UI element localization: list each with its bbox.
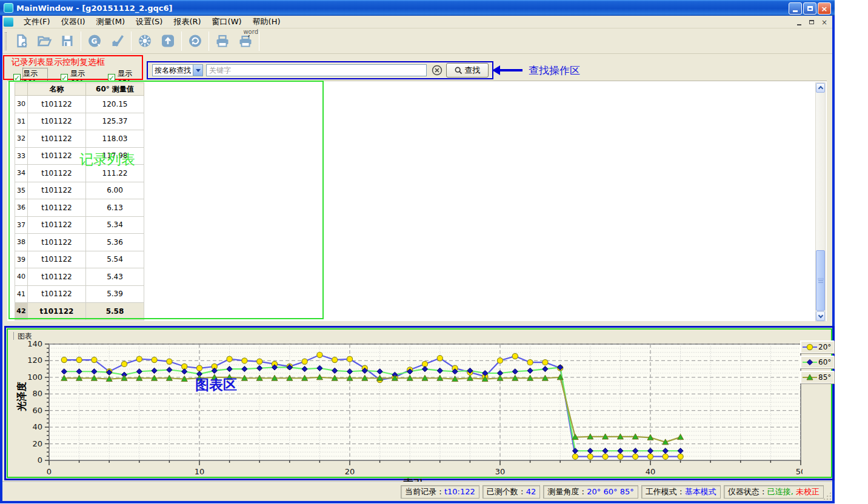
toolbar-grip[interactable] — [5, 32, 7, 50]
row-index[interactable]: 33 — [15, 147, 28, 165]
chevron-down-icon[interactable] — [193, 65, 202, 76]
row-index[interactable]: 40 — [15, 268, 28, 286]
column-header-1[interactable]: 名称 — [28, 83, 86, 96]
minimize-button[interactable] — [789, 2, 802, 15]
row-index[interactable]: 39 — [15, 251, 28, 268]
mdi-restore-button[interactable] — [806, 18, 817, 27]
row-value[interactable]: 5.39 — [86, 285, 144, 303]
chart-panel-grip[interactable] — [13, 332, 15, 340]
find-button[interactable]: 查找 — [446, 63, 489, 78]
records-scrollbar[interactable] — [815, 82, 826, 322]
row-value[interactable]: 5.54 — [86, 251, 144, 268]
row-index[interactable]: 31 — [15, 113, 28, 130]
save-button[interactable] — [56, 30, 79, 52]
table-row[interactable]: 31 t101122 125.37 — [15, 113, 144, 130]
column-header-0[interactable] — [15, 83, 28, 96]
row-value[interactable]: 125.37 — [86, 113, 144, 130]
row-index[interactable]: 35 — [15, 182, 28, 199]
table-row[interactable]: 32 t101122 118.03 — [15, 130, 144, 148]
open-folder-button[interactable] — [33, 30, 56, 52]
resize-grip[interactable] — [823, 492, 831, 500]
row-value[interactable]: 5.36 — [86, 234, 144, 251]
row-name[interactable]: t101122 — [28, 285, 86, 303]
maximize-button[interactable] — [803, 2, 816, 15]
row-value[interactable]: 5.58 — [86, 303, 144, 320]
row-index[interactable]: 38 — [15, 234, 28, 251]
row-name[interactable]: t101122 — [28, 113, 86, 130]
row-value[interactable]: 120.15 — [86, 96, 144, 113]
verify-check-icon — [110, 33, 125, 48]
row-name[interactable]: t101122 — [28, 165, 86, 182]
legend-item-60°[interactable]: 60° — [800, 356, 834, 368]
row-name[interactable]: t101122 — [28, 216, 86, 234]
column-header-2[interactable]: 60° 测量值 — [86, 83, 144, 96]
row-name[interactable]: t101122 — [28, 96, 86, 113]
legend-label: 85° — [818, 373, 831, 382]
table-row[interactable]: 42 t101122 5.58 — [15, 303, 144, 320]
sync-button[interactable] — [184, 30, 207, 52]
table-row[interactable]: 35 t101122 6.00 — [15, 182, 144, 199]
row-name[interactable]: t101122 — [28, 251, 86, 268]
row-value[interactable]: 6.13 — [86, 199, 144, 217]
row-index[interactable]: 32 — [15, 130, 28, 148]
row-value[interactable]: 5.34 — [86, 216, 144, 234]
row-index[interactable]: 30 — [15, 96, 28, 113]
menu-item-1[interactable]: 仪器(I) — [56, 16, 91, 27]
row-index[interactable]: 37 — [15, 216, 28, 234]
row-value[interactable]: 118.03 — [86, 130, 144, 148]
row-index[interactable]: 34 — [15, 165, 28, 182]
new-file-button[interactable] — [10, 30, 33, 52]
scrollbar-thumb[interactable] — [816, 250, 825, 311]
status-field-2: 测量角度：20° 60° 85° — [543, 485, 638, 499]
scroll-up-button[interactable] — [816, 83, 825, 93]
upload-button[interactable] — [156, 30, 179, 52]
legend-label: 20° — [818, 343, 831, 351]
menu-item-2[interactable]: 测量(M) — [91, 16, 130, 27]
row-name[interactable]: t101122 — [28, 182, 86, 199]
clear-search-button[interactable] — [432, 65, 442, 76]
table-row[interactable]: 36 t101122 6.13 — [15, 199, 144, 217]
word-export-button[interactable]: word — [234, 30, 257, 52]
g-refresh-button[interactable]: G — [83, 30, 106, 52]
table-row[interactable]: 40 t101122 5.43 — [15, 268, 144, 286]
row-name[interactable]: t101122 — [28, 234, 86, 251]
legend-item-85°[interactable]: 85° — [800, 371, 834, 383]
row-name[interactable]: t101122 — [28, 199, 86, 217]
row-index[interactable]: 36 — [15, 199, 28, 217]
menu-item-3[interactable]: 设置(S) — [130, 16, 168, 27]
keyword-input[interactable] — [206, 64, 427, 76]
search-mode-combo[interactable]: 按名称查找 — [152, 64, 203, 76]
table-row[interactable]: 30 t101122 120.15 — [15, 96, 144, 113]
row-value[interactable]: 5.43 — [86, 268, 144, 286]
row-name[interactable]: t101122 — [28, 303, 86, 320]
verify-check-button[interactable] — [106, 30, 129, 52]
title-bar[interactable]: MainWindow - [g20151112_2.gqc6] × — [0, 0, 835, 16]
mdi-close-button[interactable]: × — [819, 18, 830, 27]
legend-marker-icon — [802, 343, 818, 351]
row-name[interactable]: t101122 — [28, 147, 86, 165]
display-control-annotation-box: 记录列表显示控制复选框 ✓显示20°✓显示60°✓显示85° — [3, 55, 143, 80]
wheel-button[interactable] — [133, 30, 156, 52]
child-window-icon[interactable] — [4, 18, 13, 27]
table-row[interactable]: 38 t101122 5.36 — [15, 234, 144, 251]
row-index[interactable]: 42 — [15, 303, 28, 320]
svg-text:140: 140 — [27, 339, 42, 348]
print-button[interactable] — [211, 30, 234, 52]
svg-text:0: 0 — [38, 456, 42, 465]
menu-item-6[interactable]: 帮助(H) — [247, 16, 286, 27]
row-index[interactable]: 41 — [15, 285, 28, 303]
mdi-minimize-button[interactable] — [793, 18, 804, 27]
menu-item-0[interactable]: 文件(F) — [18, 16, 56, 27]
scroll-down-button[interactable] — [816, 311, 825, 321]
row-name[interactable]: t101122 — [28, 268, 86, 286]
table-row[interactable]: 41 t101122 5.39 — [15, 285, 144, 303]
menu-item-4[interactable]: 报表(R) — [168, 16, 206, 27]
menu-item-5[interactable]: 窗口(W) — [207, 16, 247, 27]
close-button[interactable]: × — [818, 2, 831, 15]
row-value[interactable]: 6.00 — [86, 182, 144, 199]
table-row[interactable]: 37 t101122 5.34 — [15, 216, 144, 234]
legend-item-20°[interactable]: 20° — [800, 340, 834, 353]
row-name[interactable]: t101122 — [28, 130, 86, 148]
table-row[interactable]: 39 t101122 5.54 — [15, 251, 144, 268]
open-folder-icon — [36, 33, 52, 48]
